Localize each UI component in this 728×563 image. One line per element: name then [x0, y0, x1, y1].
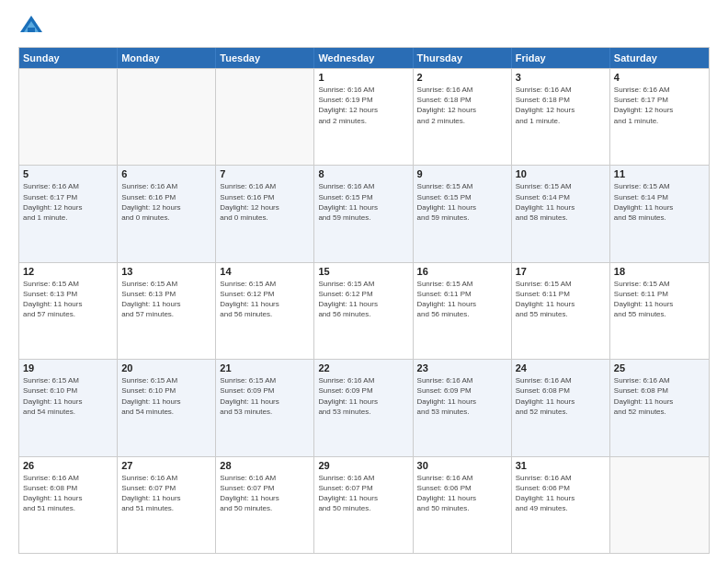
calendar-row-3: 12Sunrise: 6:15 AMSunset: 6:13 PMDayligh… [19, 262, 709, 359]
cell-info-line: Daylight: 12 hours [23, 202, 113, 213]
cell-info-line: Sunset: 6:14 PM [516, 192, 606, 202]
cell-info-line: and 56 minutes. [318, 309, 408, 319]
cell-info-line: Sunset: 6:11 PM [417, 289, 507, 299]
cell-info-line: Sunrise: 6:15 AM [23, 279, 113, 289]
day-number: 3 [516, 72, 606, 83]
cell-info-line: Sunset: 6:19 PM [318, 95, 408, 105]
day-number: 24 [516, 362, 606, 373]
day-number: 30 [417, 460, 507, 471]
day-cell-21: 21Sunrise: 6:15 AMSunset: 6:09 PMDayligh… [216, 360, 314, 455]
cell-info-line: and 58 minutes. [516, 213, 606, 223]
day-number: 6 [121, 168, 211, 179]
cell-info-line: Sunset: 6:08 PM [614, 385, 705, 396]
cell-info-line: Sunset: 6:12 PM [220, 289, 310, 299]
cell-info-line: Daylight: 12 hours [417, 105, 507, 115]
cell-info-line: Sunrise: 6:16 AM [318, 473, 408, 483]
cell-info-line: Sunset: 6:15 PM [417, 192, 507, 202]
day-number: 28 [220, 460, 310, 471]
cell-info-line: Sunrise: 6:16 AM [220, 473, 310, 483]
empty-cell [118, 69, 216, 165]
day-cell-26: 26Sunrise: 6:16 AMSunset: 6:08 PMDayligh… [19, 457, 118, 553]
cell-info-line: Daylight: 11 hours [614, 396, 705, 407]
empty-cell [19, 69, 118, 165]
cell-info-line: and 53 minutes. [318, 407, 408, 417]
cell-info-line: and 59 minutes. [318, 213, 408, 223]
cell-info-line: Sunrise: 6:15 AM [516, 279, 606, 289]
weekday-header-monday: Monday [118, 48, 216, 68]
weekday-header-sunday: Sunday [19, 48, 118, 68]
cell-info-line: Sunrise: 6:16 AM [516, 375, 606, 385]
cell-info-line: Daylight: 12 hours [614, 105, 705, 115]
day-number: 20 [121, 362, 211, 373]
cell-info-line: Daylight: 11 hours [23, 299, 113, 309]
calendar-row-5: 26Sunrise: 6:16 AMSunset: 6:08 PMDayligh… [19, 456, 709, 553]
day-number: 29 [318, 460, 408, 471]
weekday-header-thursday: Thursday [414, 48, 512, 68]
cell-info-line: Daylight: 11 hours [23, 493, 113, 503]
day-number: 23 [417, 362, 507, 373]
day-cell-8: 8Sunrise: 6:16 AMSunset: 6:15 PMDaylight… [314, 166, 413, 261]
cell-info-line: Sunset: 6:07 PM [318, 483, 408, 493]
svg-rect-2 [28, 28, 35, 32]
cell-info-line: Sunrise: 6:16 AM [417, 375, 507, 385]
day-cell-18: 18Sunrise: 6:15 AMSunset: 6:11 PMDayligh… [610, 263, 709, 359]
cell-info-line: Sunset: 6:08 PM [23, 483, 113, 493]
cell-info-line: Daylight: 11 hours [516, 396, 606, 407]
day-cell-29: 29Sunrise: 6:16 AMSunset: 6:07 PMDayligh… [314, 457, 413, 553]
day-number: 7 [220, 168, 310, 179]
day-cell-25: 25Sunrise: 6:16 AMSunset: 6:08 PMDayligh… [610, 360, 709, 455]
cell-info-line: Sunrise: 6:16 AM [318, 85, 408, 95]
day-number: 19 [23, 362, 113, 373]
cell-info-line: Sunset: 6:06 PM [516, 483, 606, 493]
cell-info-line: and 53 minutes. [220, 407, 310, 417]
day-cell-9: 9Sunrise: 6:15 AMSunset: 6:15 PMDaylight… [414, 166, 512, 261]
cell-info-line: Sunrise: 6:16 AM [23, 181, 113, 191]
cell-info-line: Daylight: 11 hours [318, 299, 408, 309]
cell-info-line: Daylight: 11 hours [318, 493, 408, 503]
cell-info-line: Sunrise: 6:16 AM [220, 181, 310, 191]
cell-info-line: Sunset: 6:06 PM [417, 483, 507, 493]
cell-info-line: Daylight: 11 hours [614, 299, 705, 309]
cell-info-line: Sunrise: 6:16 AM [318, 375, 408, 385]
cell-info-line: Daylight: 12 hours [220, 202, 310, 213]
cell-info-line: Sunset: 6:16 PM [220, 192, 310, 202]
cell-info-line: Daylight: 11 hours [417, 493, 507, 503]
cell-info-line: Daylight: 11 hours [516, 493, 606, 503]
cell-info-line: Sunrise: 6:15 AM [121, 375, 211, 385]
cell-info-line: Sunset: 6:09 PM [318, 385, 408, 396]
day-cell-27: 27Sunrise: 6:16 AMSunset: 6:07 PMDayligh… [118, 457, 216, 553]
cell-info-line: Sunrise: 6:15 AM [417, 181, 507, 191]
day-number: 15 [318, 266, 408, 277]
cell-info-line: Sunrise: 6:16 AM [417, 85, 507, 95]
day-number: 27 [121, 460, 211, 471]
cell-info-line: Sunset: 6:13 PM [121, 289, 211, 299]
cell-info-line: and 59 minutes. [417, 213, 507, 223]
cell-info-line: and 0 minutes. [220, 213, 310, 223]
cell-info-line: Sunrise: 6:15 AM [121, 279, 211, 289]
day-cell-28: 28Sunrise: 6:16 AMSunset: 6:07 PMDayligh… [216, 457, 314, 553]
cell-info-line: and 57 minutes. [23, 309, 113, 319]
cell-info-line: Daylight: 11 hours [417, 299, 507, 309]
day-cell-22: 22Sunrise: 6:16 AMSunset: 6:09 PMDayligh… [314, 360, 413, 455]
cell-info-line: and 2 minutes. [417, 116, 507, 126]
logo-icon [18, 14, 44, 40]
cell-info-line: and 0 minutes. [121, 213, 211, 223]
day-number: 22 [318, 362, 408, 373]
cell-info-line: and 52 minutes. [614, 407, 705, 417]
cell-info-line: Sunset: 6:15 PM [318, 192, 408, 202]
cell-info-line: Daylight: 11 hours [220, 396, 310, 407]
day-cell-30: 30Sunrise: 6:16 AMSunset: 6:06 PMDayligh… [414, 457, 512, 553]
empty-cell [610, 457, 709, 553]
calendar-header: SundayMondayTuesdayWednesdayThursdayFrid… [19, 48, 709, 68]
empty-cell [216, 69, 314, 165]
day-cell-20: 20Sunrise: 6:15 AMSunset: 6:10 PMDayligh… [118, 360, 216, 455]
cell-info-line: Daylight: 11 hours [318, 202, 408, 213]
day-number: 8 [318, 168, 408, 179]
cell-info-line: Sunrise: 6:16 AM [121, 473, 211, 483]
cell-info-line: Sunrise: 6:15 AM [516, 181, 606, 191]
cell-info-line: Daylight: 11 hours [516, 202, 606, 213]
cell-info-line: Sunset: 6:18 PM [516, 95, 606, 105]
cell-info-line: and 51 minutes. [23, 503, 113, 513]
day-cell-15: 15Sunrise: 6:15 AMSunset: 6:12 PMDayligh… [314, 263, 413, 359]
cell-info-line: Sunset: 6:14 PM [614, 192, 705, 202]
